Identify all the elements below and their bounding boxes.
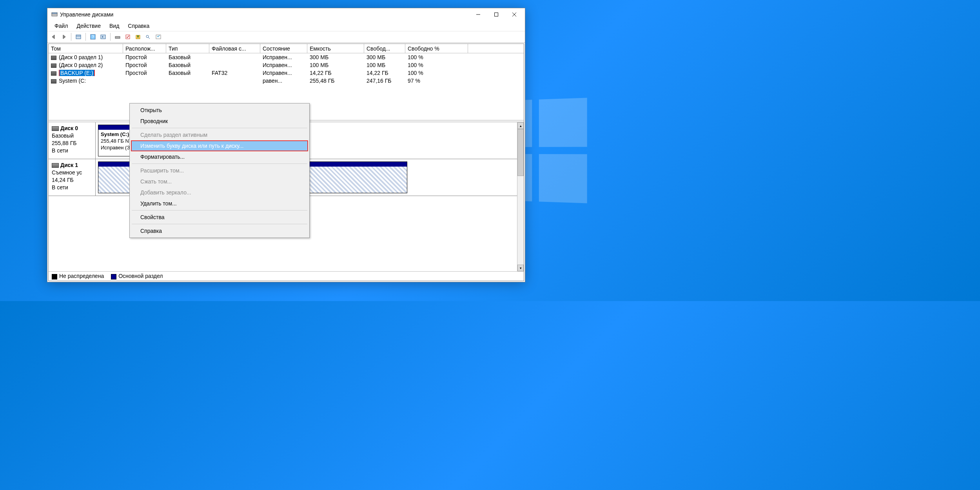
disk-icon: [52, 126, 59, 131]
disk-1-size: 14,24 ГБ: [52, 177, 74, 183]
legend-unalloc-label: Не распределена: [59, 273, 104, 279]
minimize-button[interactable]: [469, 9, 487, 20]
toolbar: ?: [47, 31, 525, 43]
properties-button[interactable]: [74, 33, 83, 41]
legend-primary-label: Основной раздел: [118, 273, 163, 279]
ctx-delete[interactable]: Удалить том...: [131, 198, 308, 209]
disk-icon: [52, 163, 59, 168]
col-type[interactable]: Тип: [166, 44, 209, 53]
ctx-change-letter[interactable]: Изменить букву диска или путь к диску...: [131, 140, 308, 151]
ctx-open[interactable]: Открыть: [131, 105, 308, 116]
svg-rect-3: [495, 13, 498, 16]
ctx-explorer[interactable]: Проводник: [131, 116, 308, 127]
svg-rect-6: [76, 35, 81, 39]
col-filesystem[interactable]: Файловая с...: [209, 44, 260, 53]
legend: Не распределена Основной раздел: [49, 271, 524, 281]
forward-button[interactable]: [59, 33, 69, 41]
disk-1-info[interactable]: Диск 1 Съемное ус 14,24 ГБ В сети: [49, 159, 96, 196]
col-freepct[interactable]: Свободно %: [405, 44, 468, 53]
disk-0-size: 255,88 ГБ: [52, 140, 76, 146]
svg-rect-0: [52, 14, 57, 16]
ctx-extend: Расширить том...: [131, 165, 308, 176]
scroll-up-icon[interactable]: ▴: [517, 122, 524, 129]
menu-help[interactable]: Справка: [124, 22, 153, 30]
volume-grid-header: Том Располож... Тип Файловая с... Состоя…: [49, 44, 524, 53]
ctx-properties[interactable]: Свойства: [131, 212, 308, 223]
volume-row[interactable]: (Диск 0 раздел 1)ПростойБазовыйИсправен.…: [49, 53, 524, 61]
col-status[interactable]: Состояние: [260, 44, 307, 53]
ctx-help[interactable]: Справка: [131, 225, 308, 236]
volume-row[interactable]: BACKUP (E:)ПростойБазовыйFAT32Исправен..…: [49, 69, 524, 77]
col-free[interactable]: Свобод...: [364, 44, 405, 53]
disk-0-type: Базовый: [52, 132, 74, 139]
context-menu: Открыть Проводник Сделать раздел активны…: [129, 103, 310, 238]
tool-button-2[interactable]: [123, 33, 132, 41]
disk-0-status: В сети: [52, 147, 68, 154]
back-button[interactable]: [49, 33, 58, 41]
scroll-down-icon[interactable]: ▾: [517, 265, 524, 271]
ctx-format[interactable]: Форматировать...: [131, 151, 308, 162]
legend-swatch-unalloc: [52, 274, 57, 279]
svg-text:?: ?: [92, 35, 94, 39]
ctx-make-active: Сделать раздел активным: [131, 129, 308, 140]
svg-line-15: [148, 37, 150, 39]
disk-1-status: В сети: [52, 184, 68, 191]
disk-1-label: Диск 1: [60, 162, 78, 168]
titlebar[interactable]: Управление дисками: [47, 8, 525, 21]
volume-row[interactable]: System (C:равен...255,48 ГБ247,16 ГБ97 %: [49, 77, 524, 85]
scroll-thumb[interactable]: [517, 129, 524, 176]
help-button[interactable]: ?: [88, 33, 98, 41]
menu-view[interactable]: Вид: [105, 22, 123, 30]
legend-swatch-primary: [111, 274, 116, 279]
tool-button-4[interactable]: [143, 33, 153, 41]
menu-file[interactable]: Файл: [51, 22, 72, 30]
col-layout[interactable]: Располож...: [123, 44, 166, 53]
disk-1-type: Съемное ус: [52, 169, 82, 176]
volume-row[interactable]: (Диск 0 раздел 2)ПростойБазовыйИсправен.…: [49, 61, 524, 69]
refresh-button[interactable]: [98, 33, 108, 41]
disk-0-label: Диск 0: [60, 125, 78, 131]
close-button[interactable]: [505, 9, 523, 20]
partition-title: System (C:): [101, 131, 129, 137]
svg-rect-1: [52, 13, 57, 14]
disk-0-info[interactable]: Диск 0 Базовый 255,88 ГБ В сети: [49, 122, 96, 159]
tool-button-1[interactable]: [113, 33, 122, 41]
disk-scrollbar[interactable]: ▴ ▾: [517, 122, 524, 271]
ctx-shrink: Сжать том...: [131, 176, 308, 187]
tool-button-3[interactable]: [133, 33, 143, 41]
svg-rect-11: [115, 36, 120, 38]
col-volume[interactable]: Том: [49, 44, 123, 53]
svg-rect-16: [156, 35, 161, 39]
window-title: Управление дисками: [60, 11, 113, 18]
col-capacity[interactable]: Емкость: [307, 44, 364, 53]
menubar: Файл Действие Вид Справка: [47, 21, 525, 31]
ctx-mirror: Добавить зеркало...: [131, 187, 308, 198]
tool-button-5[interactable]: [154, 33, 163, 41]
menu-action[interactable]: Действие: [73, 22, 105, 30]
maximize-button[interactable]: [487, 9, 505, 20]
app-icon: [51, 11, 58, 18]
